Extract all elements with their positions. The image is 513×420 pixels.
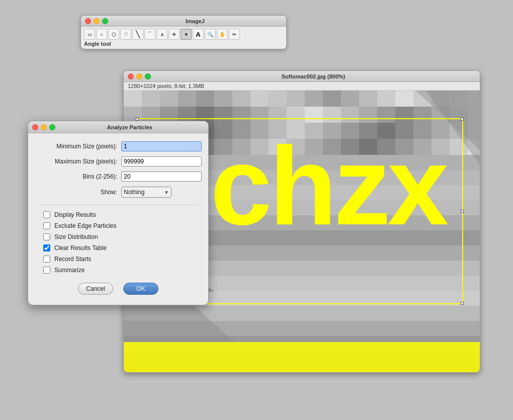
minimize-button[interactable] [94, 18, 100, 24]
image-minimize-button[interactable] [136, 73, 142, 79]
image-titlebar: Softomac002.jpg (800%) [124, 71, 480, 82]
image-traffic-lights [128, 73, 151, 79]
analyze-particles-dialog: Analyze Particles Minimum Size (pixels):… [28, 121, 209, 305]
svg-rect-4 [196, 91, 214, 107]
svg-rect-14 [377, 91, 395, 107]
dialog-body: Minimum Size (pixels): Maximum Size (pix… [28, 133, 208, 305]
hand-tool[interactable]: ✋ [217, 29, 228, 40]
min-size-label: Minimum Size (pixels): [38, 143, 121, 150]
polyline-tool[interactable]: ⌒ [144, 29, 155, 40]
exclude-edge-label: Exclude Edge Particles [54, 222, 116, 229]
dialog-close-button[interactable] [32, 124, 38, 130]
image-info-bar: 1280×1024 pixels; 8-bit; 1.3MB [124, 82, 480, 91]
svg-rect-13 [359, 91, 377, 107]
record-starts-row: Record Starts [38, 256, 198, 263]
close-button[interactable] [85, 18, 91, 24]
summarize-checkbox[interactable] [43, 267, 50, 274]
image-info-text: 1280×1024 pixels; 8-bit; 1.3MB [128, 83, 204, 89]
bins-label: Bins (2-256): [38, 173, 121, 180]
selection-handle-r[interactable] [461, 210, 464, 213]
display-results-label: Display Results [54, 211, 96, 218]
dialog-buttons: Cancel OK [38, 283, 198, 295]
show-label: Show: [38, 189, 121, 196]
display-results-checkbox[interactable] [43, 211, 50, 218]
divider [38, 205, 198, 205]
bins-row: Bins (2-256): [38, 172, 198, 182]
max-size-input[interactable] [121, 156, 202, 166]
svg-rect-15 [395, 91, 413, 107]
svg-rect-9 [287, 91, 305, 107]
svg-rect-3 [178, 91, 196, 107]
dialog-titlebar: Analyze Particles [28, 121, 208, 133]
show-select-dropdown[interactable]: Nothing ▼ [121, 187, 172, 198]
dialog-minimize-button[interactable] [41, 124, 47, 130]
image-title: Softomac002.jpg (800%) [151, 73, 476, 79]
chevron-down-icon: ▼ [164, 190, 169, 195]
wand-tool[interactable]: ✶ [181, 29, 192, 40]
selection-handle-tr[interactable] [461, 118, 464, 121]
yellow-band [124, 342, 480, 372]
rectangle-tool[interactable]: ▭ [84, 29, 95, 40]
svg-rect-8 [269, 91, 287, 107]
display-results-row: Display Results [38, 211, 198, 218]
polygon-tool[interactable]: ⬡ [108, 29, 119, 40]
dialog-title: Analyze Particles [55, 124, 204, 130]
cancel-button[interactable]: Cancel [78, 283, 113, 295]
toolbar-titlebar: ImageJ [81, 16, 286, 27]
size-distribution-row: Size Distribution [38, 233, 198, 240]
angle-tool[interactable]: ∧ [156, 29, 167, 40]
dialog-maximize-button[interactable] [49, 124, 55, 130]
summarize-row: Summarize [38, 267, 198, 274]
size-distribution-label: Size Distribution [54, 233, 98, 240]
show-select-value: Nothing [124, 189, 162, 196]
text-tool[interactable]: A [193, 29, 204, 40]
crosshair-tool[interactable]: ✛ [168, 29, 180, 40]
dropper-tool[interactable]: ✏ [229, 29, 240, 40]
line-tool[interactable]: ╲ [132, 29, 143, 40]
show-row: Show: Nothing ▼ [38, 187, 198, 198]
exclude-edge-checkbox[interactable] [43, 222, 50, 229]
freehand-tool[interactable]: ♡ [120, 29, 131, 40]
svg-rect-5 [214, 91, 232, 107]
record-starts-checkbox[interactable] [43, 256, 50, 263]
min-size-input[interactable] [121, 141, 202, 151]
size-distribution-checkbox[interactable] [43, 233, 50, 240]
angle-tool-label: Angle tool [84, 40, 283, 48]
dialog-traffic-lights [32, 124, 55, 130]
summarize-label: Summarize [54, 267, 85, 274]
oval-tool[interactable]: ○ [96, 29, 107, 40]
toolbar-title: ImageJ [108, 18, 282, 24]
svg-rect-12 [341, 91, 359, 107]
toolbar-body: ▭ ○ ⬡ ♡ ╲ ⌒ ∧ ✛ ✶ A 🔍 ✋ ✏ Angle tool [81, 27, 286, 49]
min-size-row: Minimum Size (pixels): [38, 141, 198, 151]
toolbar-icons: ▭ ○ ⬡ ♡ ╲ ⌒ ∧ ✛ ✶ A 🔍 ✋ ✏ [84, 29, 283, 40]
ok-button[interactable]: OK [123, 283, 158, 295]
svg-rect-2 [160, 91, 178, 107]
selection-handle-br[interactable] [461, 302, 464, 305]
svg-rect-7 [250, 91, 269, 107]
bins-input[interactable] [121, 172, 202, 182]
svg-rect-0 [124, 91, 142, 107]
svg-rect-10 [305, 91, 323, 107]
magnify-tool[interactable]: 🔍 [205, 29, 216, 40]
max-size-row: Maximum Size (pixels): [38, 156, 198, 166]
clear-results-row: Clear Results Table [38, 244, 198, 251]
maximize-button[interactable] [102, 18, 108, 24]
image-close-button[interactable] [128, 73, 134, 79]
svg-rect-6 [232, 91, 250, 107]
clear-results-checkbox[interactable] [43, 244, 50, 251]
image-maximize-button[interactable] [145, 73, 151, 79]
clear-results-label: Clear Results Table [54, 244, 107, 251]
traffic-lights [85, 18, 108, 24]
imagej-toolbar-window: ImageJ ▭ ○ ⬡ ♡ ╲ ⌒ ∧ ✛ ✶ A 🔍 ✋ ✏ Angle t… [80, 15, 287, 49]
exclude-edge-row: Exclude Edge Particles [38, 222, 198, 229]
svg-rect-11 [323, 91, 341, 107]
record-starts-label: Record Starts [54, 256, 91, 263]
svg-rect-1 [142, 91, 160, 107]
max-size-label: Maximum Size (pixels): [38, 158, 121, 165]
